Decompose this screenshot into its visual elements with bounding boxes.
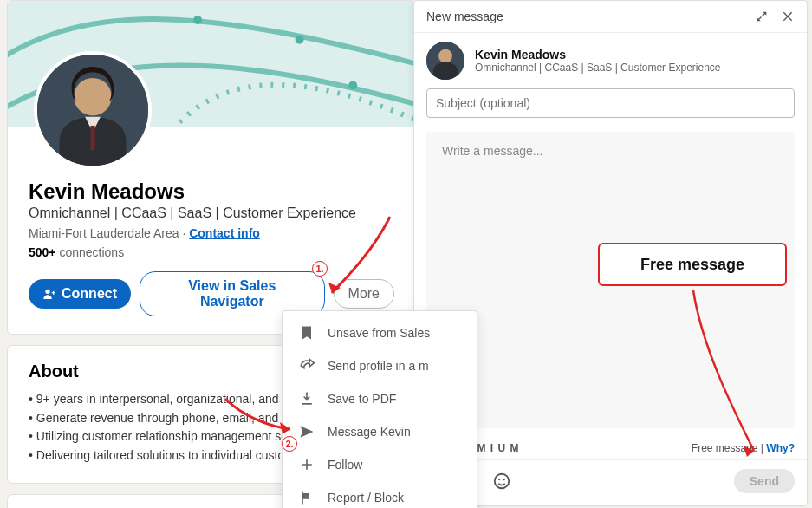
menu-label: Send profile in a m xyxy=(328,359,429,373)
menu-label: Report / Block xyxy=(328,491,404,505)
menu-message[interactable]: Message Kevin xyxy=(283,415,477,448)
emoji-icon[interactable] xyxy=(492,472,511,491)
download-icon xyxy=(298,390,315,407)
svg-rect-7 xyxy=(90,126,94,150)
menu-unsave[interactable]: Unsave from Sales xyxy=(283,316,477,349)
message-body-input[interactable]: Write a message... xyxy=(426,132,795,428)
why-link[interactable]: Why? xyxy=(766,442,795,454)
contact-info-link[interactable]: Contact info xyxy=(189,226,260,240)
svg-point-14 xyxy=(498,479,500,480)
share-arrow-icon xyxy=(298,357,315,374)
avatar[interactable] xyxy=(34,51,152,169)
svg-point-8 xyxy=(45,290,49,294)
expand-icon[interactable] xyxy=(755,10,769,23)
svg-point-3 xyxy=(348,81,357,90)
menu-label: Message Kevin xyxy=(328,425,411,439)
svg-point-15 xyxy=(503,479,505,480)
menu-label: Follow xyxy=(328,458,362,472)
connect-button[interactable]: Connect xyxy=(29,279,131,309)
menu-follow[interactable]: Follow xyxy=(283,448,477,481)
flag-icon xyxy=(298,489,315,506)
recipient-subtitle: Omnichannel | CCaaS | SaaS | Customer Ex… xyxy=(475,62,720,74)
person-plus-icon xyxy=(42,287,56,301)
body-placeholder: Write a message... xyxy=(442,144,542,158)
svg-point-1 xyxy=(193,16,202,24)
more-dropdown: Unsave from Sales Send profile in a m Sa… xyxy=(282,310,477,508)
svg-point-6 xyxy=(74,78,112,116)
recipient-name: Kevin Meadows xyxy=(475,48,720,62)
profile-card: Kevin Meadows Omnichannel | CCaaS | SaaS… xyxy=(7,0,416,335)
recipient-row: Kevin Meadows Omnichannel | CCaaS | SaaS… xyxy=(414,33,807,88)
connections-line[interactable]: 500+ connections xyxy=(29,245,394,259)
menu-label: Save to PDF xyxy=(328,392,396,406)
send-icon xyxy=(298,423,315,440)
subject-input[interactable] xyxy=(426,88,795,118)
menu-save-pdf[interactable]: Save to PDF xyxy=(283,382,477,415)
menu-label: Unsave from Sales xyxy=(328,326,430,340)
close-icon[interactable] xyxy=(781,10,795,23)
connect-label: Connect xyxy=(62,286,117,302)
location-line: Miami-Fort Lauderdale Area · Contact inf… xyxy=(29,226,394,240)
location-text: Miami-Fort Lauderdale Area xyxy=(29,226,179,240)
plus-icon xyxy=(298,456,315,473)
bookmark-icon xyxy=(298,324,315,342)
profile-name: Kevin Meadows xyxy=(29,179,394,204)
compose-title: New message xyxy=(426,10,503,23)
send-button[interactable]: Send xyxy=(734,469,795,493)
svg-point-10 xyxy=(438,49,452,63)
menu-report[interactable]: Report / Block xyxy=(283,481,477,508)
profile-headline: Omnichannel | CCaaS | SaaS | Customer Ex… xyxy=(29,205,394,221)
recipient-avatar xyxy=(426,42,464,80)
free-message-label: Free message xyxy=(692,442,758,454)
svg-point-2 xyxy=(296,36,304,44)
compose-header: New message xyxy=(414,1,807,33)
more-button[interactable]: More xyxy=(334,279,394,309)
connections-label: connections xyxy=(59,245,124,259)
menu-send-profile[interactable]: Send profile in a m xyxy=(283,349,477,382)
svg-point-13 xyxy=(495,474,510,489)
connections-count: 500+ xyxy=(29,245,56,259)
